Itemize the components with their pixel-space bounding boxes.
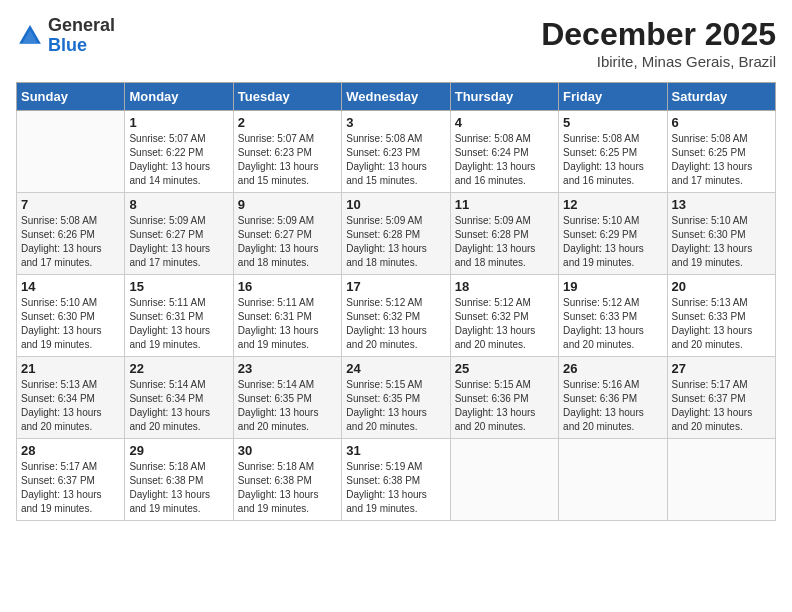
- weekday-header-row: Sunday Monday Tuesday Wednesday Thursday…: [17, 83, 776, 111]
- day-cell: [559, 439, 667, 521]
- day-number: 11: [455, 197, 554, 212]
- day-cell: 27Sunrise: 5:17 AMSunset: 6:37 PMDayligh…: [667, 357, 775, 439]
- day-cell: 18Sunrise: 5:12 AMSunset: 6:32 PMDayligh…: [450, 275, 558, 357]
- day-info: Sunrise: 5:08 AMSunset: 6:25 PMDaylight:…: [672, 132, 771, 188]
- header-wednesday: Wednesday: [342, 83, 450, 111]
- day-cell: 26Sunrise: 5:16 AMSunset: 6:36 PMDayligh…: [559, 357, 667, 439]
- day-info: Sunrise: 5:17 AMSunset: 6:37 PMDaylight:…: [672, 378, 771, 434]
- day-info: Sunrise: 5:15 AMSunset: 6:36 PMDaylight:…: [455, 378, 554, 434]
- day-cell: 7Sunrise: 5:08 AMSunset: 6:26 PMDaylight…: [17, 193, 125, 275]
- calendar-table: Sunday Monday Tuesday Wednesday Thursday…: [16, 82, 776, 521]
- day-info: Sunrise: 5:18 AMSunset: 6:38 PMDaylight:…: [129, 460, 228, 516]
- header-thursday: Thursday: [450, 83, 558, 111]
- logo-text: General Blue: [48, 16, 115, 56]
- day-cell: 19Sunrise: 5:12 AMSunset: 6:33 PMDayligh…: [559, 275, 667, 357]
- day-number: 10: [346, 197, 445, 212]
- day-cell: 15Sunrise: 5:11 AMSunset: 6:31 PMDayligh…: [125, 275, 233, 357]
- day-cell: 20Sunrise: 5:13 AMSunset: 6:33 PMDayligh…: [667, 275, 775, 357]
- day-info: Sunrise: 5:16 AMSunset: 6:36 PMDaylight:…: [563, 378, 662, 434]
- day-info: Sunrise: 5:12 AMSunset: 6:32 PMDaylight:…: [455, 296, 554, 352]
- day-cell: 22Sunrise: 5:14 AMSunset: 6:34 PMDayligh…: [125, 357, 233, 439]
- day-number: 15: [129, 279, 228, 294]
- day-info: Sunrise: 5:07 AMSunset: 6:23 PMDaylight:…: [238, 132, 337, 188]
- day-info: Sunrise: 5:18 AMSunset: 6:38 PMDaylight:…: [238, 460, 337, 516]
- week-row-4: 21Sunrise: 5:13 AMSunset: 6:34 PMDayligh…: [17, 357, 776, 439]
- day-number: 27: [672, 361, 771, 376]
- day-cell: 10Sunrise: 5:09 AMSunset: 6:28 PMDayligh…: [342, 193, 450, 275]
- week-row-5: 28Sunrise: 5:17 AMSunset: 6:37 PMDayligh…: [17, 439, 776, 521]
- day-number: 19: [563, 279, 662, 294]
- day-info: Sunrise: 5:12 AMSunset: 6:32 PMDaylight:…: [346, 296, 445, 352]
- day-cell: 17Sunrise: 5:12 AMSunset: 6:32 PMDayligh…: [342, 275, 450, 357]
- day-cell: 11Sunrise: 5:09 AMSunset: 6:28 PMDayligh…: [450, 193, 558, 275]
- day-number: 20: [672, 279, 771, 294]
- day-cell: 4Sunrise: 5:08 AMSunset: 6:24 PMDaylight…: [450, 111, 558, 193]
- day-cell: [667, 439, 775, 521]
- day-number: 22: [129, 361, 228, 376]
- day-info: Sunrise: 5:12 AMSunset: 6:33 PMDaylight:…: [563, 296, 662, 352]
- day-cell: 9Sunrise: 5:09 AMSunset: 6:27 PMDaylight…: [233, 193, 341, 275]
- day-number: 17: [346, 279, 445, 294]
- day-cell: 16Sunrise: 5:11 AMSunset: 6:31 PMDayligh…: [233, 275, 341, 357]
- calendar-header: Sunday Monday Tuesday Wednesday Thursday…: [17, 83, 776, 111]
- day-cell: 3Sunrise: 5:08 AMSunset: 6:23 PMDaylight…: [342, 111, 450, 193]
- day-info: Sunrise: 5:13 AMSunset: 6:34 PMDaylight:…: [21, 378, 120, 434]
- day-number: 9: [238, 197, 337, 212]
- day-number: 26: [563, 361, 662, 376]
- logo-general: General: [48, 15, 115, 35]
- day-info: Sunrise: 5:08 AMSunset: 6:23 PMDaylight:…: [346, 132, 445, 188]
- logo: General Blue: [16, 16, 115, 56]
- day-cell: 1Sunrise: 5:07 AMSunset: 6:22 PMDaylight…: [125, 111, 233, 193]
- day-number: 5: [563, 115, 662, 130]
- location: Ibirite, Minas Gerais, Brazil: [541, 53, 776, 70]
- day-cell: 24Sunrise: 5:15 AMSunset: 6:35 PMDayligh…: [342, 357, 450, 439]
- month-title: December 2025: [541, 16, 776, 53]
- day-cell: 28Sunrise: 5:17 AMSunset: 6:37 PMDayligh…: [17, 439, 125, 521]
- day-info: Sunrise: 5:08 AMSunset: 6:24 PMDaylight:…: [455, 132, 554, 188]
- day-number: 13: [672, 197, 771, 212]
- day-info: Sunrise: 5:09 AMSunset: 6:28 PMDaylight:…: [455, 214, 554, 270]
- day-info: Sunrise: 5:15 AMSunset: 6:35 PMDaylight:…: [346, 378, 445, 434]
- day-number: 16: [238, 279, 337, 294]
- header-saturday: Saturday: [667, 83, 775, 111]
- day-number: 12: [563, 197, 662, 212]
- day-number: 4: [455, 115, 554, 130]
- logo-blue: Blue: [48, 35, 87, 55]
- day-info: Sunrise: 5:11 AMSunset: 6:31 PMDaylight:…: [238, 296, 337, 352]
- day-cell: 8Sunrise: 5:09 AMSunset: 6:27 PMDaylight…: [125, 193, 233, 275]
- day-info: Sunrise: 5:08 AMSunset: 6:25 PMDaylight:…: [563, 132, 662, 188]
- day-number: 8: [129, 197, 228, 212]
- day-info: Sunrise: 5:13 AMSunset: 6:33 PMDaylight:…: [672, 296, 771, 352]
- day-cell: 14Sunrise: 5:10 AMSunset: 6:30 PMDayligh…: [17, 275, 125, 357]
- day-info: Sunrise: 5:10 AMSunset: 6:30 PMDaylight:…: [672, 214, 771, 270]
- day-info: Sunrise: 5:10 AMSunset: 6:30 PMDaylight:…: [21, 296, 120, 352]
- day-number: 18: [455, 279, 554, 294]
- day-info: Sunrise: 5:09 AMSunset: 6:28 PMDaylight:…: [346, 214, 445, 270]
- day-cell: 30Sunrise: 5:18 AMSunset: 6:38 PMDayligh…: [233, 439, 341, 521]
- week-row-1: 1Sunrise: 5:07 AMSunset: 6:22 PMDaylight…: [17, 111, 776, 193]
- day-number: 7: [21, 197, 120, 212]
- day-number: 29: [129, 443, 228, 458]
- day-number: 23: [238, 361, 337, 376]
- day-number: 25: [455, 361, 554, 376]
- day-cell: 6Sunrise: 5:08 AMSunset: 6:25 PMDaylight…: [667, 111, 775, 193]
- title-block: December 2025 Ibirite, Minas Gerais, Bra…: [541, 16, 776, 70]
- day-info: Sunrise: 5:14 AMSunset: 6:34 PMDaylight:…: [129, 378, 228, 434]
- day-number: 30: [238, 443, 337, 458]
- day-number: 1: [129, 115, 228, 130]
- calendar-body: 1Sunrise: 5:07 AMSunset: 6:22 PMDaylight…: [17, 111, 776, 521]
- week-row-2: 7Sunrise: 5:08 AMSunset: 6:26 PMDaylight…: [17, 193, 776, 275]
- day-cell: [17, 111, 125, 193]
- day-number: 21: [21, 361, 120, 376]
- header-tuesday: Tuesday: [233, 83, 341, 111]
- header-monday: Monday: [125, 83, 233, 111]
- day-cell: 5Sunrise: 5:08 AMSunset: 6:25 PMDaylight…: [559, 111, 667, 193]
- day-number: 28: [21, 443, 120, 458]
- day-cell: [450, 439, 558, 521]
- header-sunday: Sunday: [17, 83, 125, 111]
- day-number: 2: [238, 115, 337, 130]
- day-info: Sunrise: 5:09 AMSunset: 6:27 PMDaylight:…: [129, 214, 228, 270]
- day-cell: 23Sunrise: 5:14 AMSunset: 6:35 PMDayligh…: [233, 357, 341, 439]
- day-cell: 29Sunrise: 5:18 AMSunset: 6:38 PMDayligh…: [125, 439, 233, 521]
- day-info: Sunrise: 5:19 AMSunset: 6:38 PMDaylight:…: [346, 460, 445, 516]
